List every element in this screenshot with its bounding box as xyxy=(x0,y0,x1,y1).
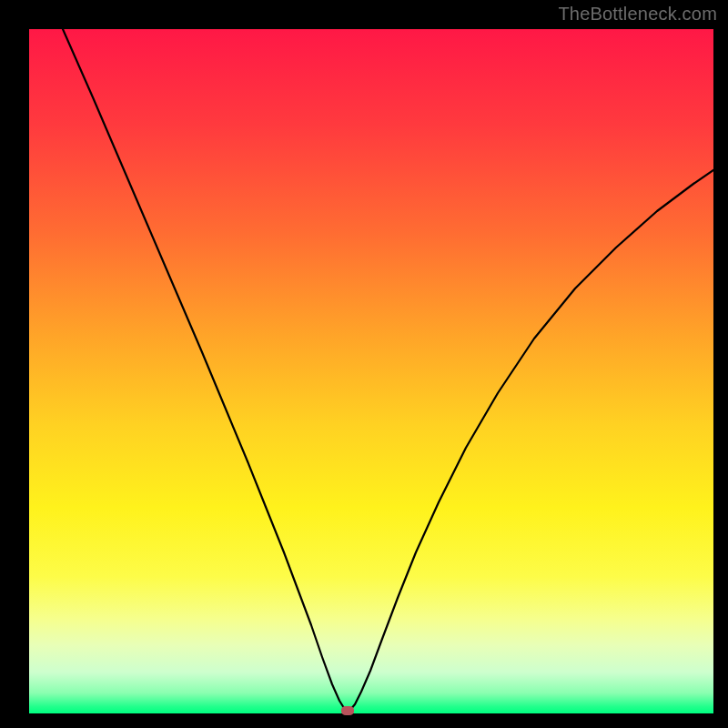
chart-frame: TheBottleneck.com xyxy=(0,0,728,728)
minimum-marker xyxy=(341,706,354,715)
plot-area xyxy=(29,29,713,713)
watermark-text: TheBottleneck.com xyxy=(558,4,717,25)
bottleneck-curve xyxy=(29,29,713,713)
